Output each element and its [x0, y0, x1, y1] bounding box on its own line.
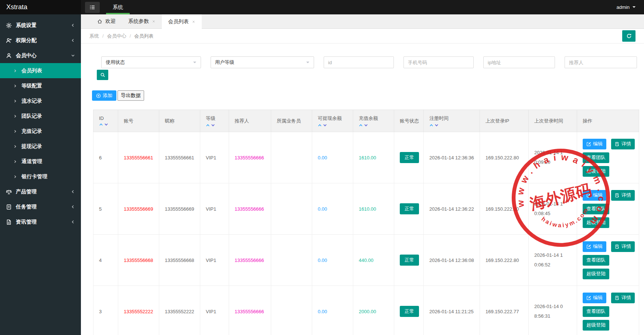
sidebar-subitem-label: 流水记录 — [21, 98, 42, 104]
status-badge: 正常 — [400, 203, 419, 214]
super-login-button[interactable]: 超级登陆 — [583, 320, 609, 331]
button-label: 超级登陆 — [586, 219, 606, 226]
breadcrumb-item[interactable]: 系统 — [89, 33, 99, 39]
topnav-item-system[interactable]: 系统 — [106, 0, 130, 14]
close-icon[interactable] — [192, 20, 195, 24]
cell-recharge: 2000.00 — [353, 286, 394, 335]
status-badge: 正常 — [400, 255, 419, 266]
filter-input-id[interactable] — [324, 56, 394, 68]
cell-id: 5 — [93, 183, 118, 235]
sidebar-subitem-flow-records[interactable]: 流水记录 — [0, 93, 81, 108]
column-header-nickname: 昵称 — [159, 110, 200, 132]
sidebar-subitem-team-records[interactable]: 团队记录 — [0, 108, 81, 124]
tab-system-params[interactable]: 系统参数 — [122, 14, 162, 28]
column-header-actions: 操作 — [577, 110, 639, 132]
sort-down-icon[interactable] — [211, 124, 215, 127]
sort-up-icon[interactable] — [429, 124, 433, 127]
edit-button[interactable]: 编辑 — [583, 190, 606, 201]
column-label: 所属业务员 — [277, 118, 312, 124]
detail-button[interactable]: 详情 — [611, 293, 635, 303]
sidebar-item-news-mgmt[interactable]: 资讯管理 — [0, 214, 81, 229]
sort-down-icon[interactable] — [435, 124, 439, 127]
view-team-button[interactable]: 查看团队 — [583, 255, 609, 266]
view-team-button[interactable]: 查看团队 — [583, 152, 609, 163]
sidebar-item-system-settings[interactable]: 系统设置 — [0, 18, 81, 33]
chevron-left-icon — [71, 23, 75, 27]
sort-down-icon[interactable] — [323, 124, 327, 127]
sidebar-item-label: 产品管理 — [16, 189, 71, 195]
breadcrumb-separator: / — [130, 33, 131, 39]
cell-status: 正常 — [394, 235, 424, 286]
export-button[interactable]: 导出数据 — [117, 90, 144, 101]
sort-arrows[interactable] — [318, 124, 353, 127]
sidebar-subitem-member-list[interactable]: 会员列表 — [0, 63, 81, 78]
sort-arrows[interactable] — [99, 123, 118, 126]
sort-up-icon[interactable] — [359, 124, 363, 127]
cell-level: VIP1 — [200, 132, 229, 183]
sidebar-item-task-mgmt[interactable]: 任务管理 — [0, 199, 81, 214]
tab-member-list[interactable]: 会员列表 — [162, 14, 202, 29]
detail-button[interactable]: 详情 — [611, 190, 635, 201]
detail-button[interactable]: 详情 — [611, 139, 635, 149]
edit-button[interactable]: 编辑 — [583, 293, 606, 303]
view-team-button[interactable]: 查看团队 — [583, 306, 609, 317]
chevron-right-icon — [13, 145, 17, 148]
sort-up-icon[interactable] — [206, 124, 210, 127]
user-plus-icon — [6, 38, 12, 44]
edit-button[interactable]: 编辑 — [583, 139, 606, 149]
sidebar-subitem-channel-mgmt[interactable]: 通道管理 — [0, 154, 81, 169]
view-team-button[interactable]: 查看团队 — [583, 204, 609, 214]
refresh-button[interactable] — [622, 30, 636, 42]
filter-select-user-level[interactable]: 用户等级 — [211, 56, 314, 68]
column-header-withdrawable: 可提现余额 — [312, 110, 353, 132]
search-row — [97, 70, 644, 80]
button-label: 超级登陆 — [586, 168, 606, 175]
sort-up-icon[interactable] — [99, 123, 103, 126]
cell-recharge: 440.00 — [353, 235, 394, 286]
tab-label: 系统参数 — [128, 18, 149, 25]
table-row: 51335555666913355556669VIP1133555566660.… — [93, 183, 639, 235]
button-label: 编辑 — [593, 294, 603, 301]
filter-select-use-status[interactable]: 使用状态 — [101, 56, 201, 68]
sidebar-subitem-withdraw-records[interactable]: 提现记录 — [0, 139, 81, 154]
tab-welcome[interactable]: 欢迎 — [91, 14, 122, 28]
user-menu[interactable]: admin — [617, 4, 636, 10]
sidebar-subitem-recharge-records[interactable]: 充值记录 — [0, 124, 81, 139]
filter-input-phone[interactable] — [403, 56, 474, 68]
super-login-button[interactable]: 超级登陆 — [583, 217, 609, 228]
sort-arrows[interactable] — [359, 124, 394, 127]
edit-button[interactable]: 编辑 — [583, 241, 606, 252]
add-button[interactable]: 添加 — [92, 90, 116, 101]
sort-down-icon[interactable] — [364, 124, 368, 127]
sort-down-icon[interactable] — [104, 123, 108, 126]
column-header-id: ID — [93, 110, 118, 132]
button-label: 查看团队 — [586, 154, 606, 161]
sort-arrows[interactable] — [206, 124, 229, 127]
sidebar-item-permission-assign[interactable]: 权限分配 — [0, 33, 81, 48]
column-header-register-time: 注册时间 — [424, 110, 480, 132]
filter-input-referrer[interactable] — [565, 56, 637, 68]
sidebar-toggle-button[interactable] — [85, 2, 100, 13]
column-header-recharge: 充值余额 — [353, 110, 394, 132]
news-icon — [6, 219, 12, 225]
search-button[interactable] — [97, 70, 108, 80]
super-login-button[interactable]: 超级登陆 — [583, 269, 609, 279]
super-login-button[interactable]: 超级登陆 — [583, 166, 609, 177]
status-badge: 正常 — [400, 152, 419, 163]
sidebar-item-product-mgmt[interactable]: 产品管理 — [0, 184, 81, 199]
sidebar-item-member-center[interactable]: 会员中心 — [0, 48, 81, 63]
detail-button[interactable]: 详情 — [611, 241, 635, 252]
sort-arrows[interactable] — [429, 124, 480, 127]
sidebar-subitem-bankcard-mgmt[interactable]: 银行卡管理 — [0, 169, 81, 184]
sort-up-icon[interactable] — [318, 124, 322, 127]
cell-nickname: 13355556669 — [159, 183, 200, 235]
column-label: 充值余额 — [359, 115, 394, 122]
sidebar-subitem-level-config[interactable]: 等级配置 — [0, 78, 81, 93]
breadcrumb-item[interactable]: 会员中心 — [107, 33, 126, 39]
cell-id: 3 — [93, 286, 118, 335]
column-label: ID — [99, 115, 118, 121]
search-icon — [100, 72, 105, 77]
close-icon[interactable] — [152, 20, 156, 23]
filter-input-ip[interactable] — [483, 56, 555, 68]
chevron-right-icon — [13, 129, 17, 133]
